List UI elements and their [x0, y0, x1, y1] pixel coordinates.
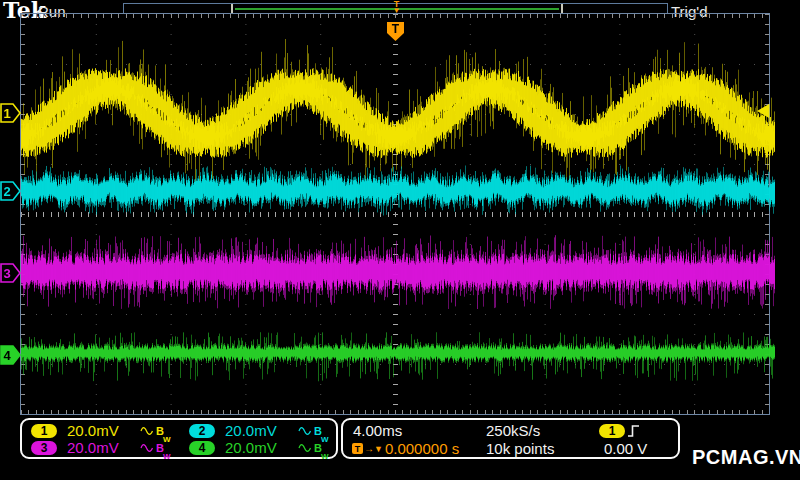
ac-coupling-icon: [140, 443, 154, 453]
trigger-position-readout[interactable]: T → ▼ 0.000000 s: [352, 440, 459, 457]
channel3-scale[interactable]: 20.0mV: [67, 439, 140, 456]
trigger-source-badge[interactable]: 1: [599, 424, 625, 438]
channel1-scale[interactable]: 20.0mV: [67, 422, 140, 439]
trigger-level-arrow-icon[interactable]: [757, 104, 769, 118]
svg-text:T: T: [392, 22, 400, 36]
trigger-t-icon: T: [352, 443, 363, 454]
svg-text:3: 3: [3, 266, 10, 281]
oscilloscope-screen: Tek Run Trig'd T ▼ T 1 2 3 4 1 20.0mV: [0, 0, 800, 480]
channel4-scale[interactable]: 20.0mV: [225, 439, 298, 456]
trigger-level-value[interactable]: 0.00 V: [604, 440, 647, 457]
channel4-badge[interactable]: 4: [189, 441, 215, 455]
arrow-right-icon: →: [364, 444, 374, 454]
channel-readout-box: 1 20.0mV BW 2 20.0mV BW 3 20.0mV BW 4 20…: [20, 418, 338, 459]
channel3-position-marker[interactable]: 3: [0, 263, 22, 283]
channel2-position-marker[interactable]: 2: [0, 181, 22, 201]
waveform-display: [21, 14, 775, 414]
svg-text:2: 2: [3, 184, 10, 199]
channel2-badge[interactable]: 2: [189, 424, 215, 438]
channel1-badge[interactable]: 1: [31, 424, 57, 438]
horizontal-trigger-readout-box: 4.00ms 250kS/s 1 T → ▼ 0.000000 s 10k po…: [341, 418, 680, 459]
sample-rate: 250kS/s: [486, 422, 540, 439]
svg-text:1: 1: [3, 106, 10, 121]
trigger-position-pin-icon[interactable]: T: [386, 21, 405, 42]
channel4-position-marker[interactable]: 4: [0, 345, 22, 365]
svg-text:4: 4: [3, 348, 11, 363]
channel3-badge[interactable]: 3: [31, 441, 57, 455]
ac-coupling-icon: [298, 443, 312, 453]
arrow-down-icon: ▼: [374, 444, 383, 454]
channel1-position-marker[interactable]: 1: [0, 103, 22, 123]
ac-coupling-icon: [140, 426, 154, 436]
rising-edge-slope-icon: [627, 423, 640, 439]
record-length: 10k points: [486, 440, 554, 457]
horizontal-scale[interactable]: 4.00ms: [353, 422, 402, 439]
watermark: PCMAG.VN: [692, 446, 800, 469]
ac-coupling-icon: [298, 426, 312, 436]
trigger-position-value: 0.000000 s: [385, 440, 459, 457]
acquisition-trigger-position-icon: T ▼: [389, 0, 404, 14]
channel2-scale[interactable]: 20.0mV: [225, 422, 298, 439]
